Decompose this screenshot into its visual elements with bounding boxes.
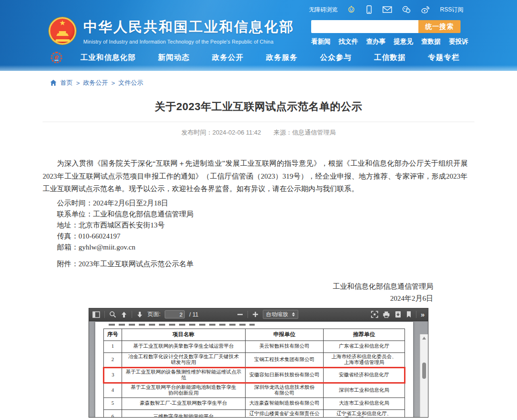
mobile-icon[interactable]: [365, 5, 373, 14]
pdf-scrollbar[interactable]: [420, 334, 428, 418]
clipped-text-line: [109, 324, 255, 326]
breadcrumb-current: 文件公示: [118, 79, 143, 87]
quick-link[interactable]: 提意见: [394, 37, 414, 46]
zoom-out-icon[interactable]: [237, 311, 243, 318]
presentation-mode-icon[interactable]: [371, 311, 378, 318]
emblem-ribbon: [56, 39, 70, 42]
contact-line: 传真：010-66024197: [43, 231, 474, 242]
topbar: 无障碍浏览 RSS订阅: [309, 5, 463, 14]
contact-line: 邮箱：gyhlw@miit.gov.cn: [43, 242, 474, 253]
page-up-icon[interactable]: [121, 311, 127, 318]
cell-index: 5: [104, 397, 122, 409]
scrollbar-thumb[interactable]: [422, 363, 426, 379]
page-number-input[interactable]: [165, 310, 185, 318]
print-icon[interactable]: [382, 311, 390, 318]
cell-project-name: 基于工业互联网平台的新能源电池制造数字孪生 协同创新应用: [122, 383, 245, 397]
doc-contact-lines: 公示时间：2024年2月6日至2月18日联系单位：工业和信息化部信息通信管理局地…: [43, 198, 474, 253]
zoom-in-icon[interactable]: [252, 311, 258, 318]
cell-index: 4: [104, 383, 122, 397]
nav-item[interactable]: 公众参与: [320, 53, 352, 63]
cell-index: 2: [104, 352, 122, 367]
title-divider: [43, 122, 474, 122]
pdf-table-row: 2 冶金工程数字化设计交付及数字孪生工厂关键技术 研发与应用 宝钢工程技术集团有…: [104, 352, 405, 367]
nav-item[interactable]: 政务公开: [212, 53, 244, 63]
search-area: 统一搜索 看新闻找文件查办事提意见查数据要投诉: [311, 20, 461, 46]
zoom-mode-select[interactable]: 自动缩放: [263, 310, 298, 319]
quick-link[interactable]: 查办事: [366, 37, 386, 46]
accessibility-link[interactable]: 无障碍浏览: [309, 6, 337, 14]
contact-line: 地址：北京市西城区西长安街13号: [43, 220, 474, 231]
breadcrumb-zhengwugongkai[interactable]: 政务公开: [83, 79, 108, 87]
quick-link[interactable]: 要投诉: [449, 37, 469, 46]
pdf-toolbar: 页面: / 11 自动缩放: [89, 308, 428, 321]
page-down-icon[interactable]: [136, 311, 143, 318]
unified-search-button[interactable]: 统一搜索: [418, 20, 461, 33]
robot-icon[interactable]: [347, 5, 356, 14]
cell-applicant: 美云智数科技有限公司: [245, 341, 324, 352]
cell-recommender: 大连市工业和信息化局: [324, 397, 405, 409]
cell-index: 1: [104, 341, 122, 352]
more-tools-icon[interactable]: »: [421, 311, 425, 318]
pdf-page-view: 序号项目名称申报单位推荐单位 1 基于工业互联网的美擎数字孪生全域运营平台 美云…: [89, 321, 428, 418]
national-emblem-logo: ★: [49, 17, 76, 45]
mail-icon[interactable]: [382, 6, 392, 13]
site-title: 中华人民共和国工业和信息化部: [83, 18, 294, 37]
cell-recommender: 广东省工业和信息化厅: [324, 341, 405, 352]
nav-item[interactable]: 新闻动态: [158, 53, 190, 63]
site-subtitle: Ministry of Industry and Information Tec…: [83, 39, 294, 45]
pdf-table-header-cell: 申报单位: [245, 329, 324, 341]
pdf-table-header-cell: 推荐单位: [324, 329, 405, 341]
doc-paragraph: 为深入贯彻《国务院关于深化“互联网＋先进制造业”发展工业互联网的指导意见》，根据…: [43, 157, 474, 195]
quick-link[interactable]: 看新闻: [311, 37, 331, 46]
pdf-table-row: 1 基于工业互联网的美擎数字孪生全域运营平台 美云智数科技有限公司 广东省工业和…: [104, 341, 405, 352]
pdf-table-row: 6 三维数字孪生智能管控平台 辽宁排山楼黄金矿业有限责任公司 辽宁省工业和信息化…: [104, 409, 405, 418]
cell-recommender: 安徽省经济和信息化厅: [324, 367, 405, 383]
pdf-table-row: 3 基于工业互联网的设备预测性维护和智能运维试点示范 安徽容知日新科技股份有限公…: [104, 367, 405, 383]
contact-line: 公示时间：2024年2月6日至2月18日: [43, 198, 474, 209]
cell-project-name: 豪森数智工厂-工业互联网数字孪生平台: [122, 397, 245, 409]
emblem-gate-icon: [56, 31, 69, 36]
cell-project-name: 三维数字孪生智能管控平台: [122, 409, 245, 418]
publish-time: 发布时间：2024-02-06 11:42: [181, 128, 261, 137]
pdf-table-header-row: 序号项目名称申报单位推荐单位: [104, 329, 405, 341]
nav-item[interactable]: 工信数据: [374, 53, 405, 63]
wechat-icon[interactable]: [402, 6, 411, 14]
quick-link[interactable]: 查数据: [421, 37, 441, 46]
pdf-viewer: 页面: / 11 自动缩放: [89, 308, 428, 418]
source: 来源：信息通信管理局: [273, 128, 336, 137]
pdf-table-header-cell: 序号: [104, 329, 122, 341]
page-total: / 11: [189, 311, 198, 318]
quick-link[interactable]: 找文件: [339, 37, 359, 46]
scroll-up-arrow-icon[interactable]: [422, 337, 426, 340]
cell-recommender: 辽宁省工业和信息化厅、 辽宁省通信管理局: [324, 409, 405, 418]
search-icon[interactable]: [109, 311, 116, 318]
signature-date: 2024年2月6日: [43, 293, 474, 304]
nav-item[interactable]: 工业和信息化部: [80, 53, 136, 63]
brand: ★ 中华人民共和国工业和信息化部 Ministry of Industry an…: [49, 17, 294, 45]
cell-project-name: 基于工业互联网的设备预测性维护和智能运维试点示范: [122, 367, 245, 383]
weibo-icon[interactable]: [421, 6, 430, 14]
article-meta: 发布时间：2024-02-06 11:42 来源：信息通信管理局: [43, 128, 474, 137]
nav-item[interactable]: 专题专栏: [428, 53, 460, 63]
cell-index: 6: [104, 409, 122, 418]
breadcrumb: 首页 > 政务公开 > 文件公示: [50, 79, 517, 87]
breadcrumb-separator: >: [112, 79, 115, 87]
bookmark-icon[interactable]: [406, 311, 412, 318]
document-body: 为深入贯彻《国务院关于深化“互联网＋先进制造业”发展工业互联网的指导意见》，根据…: [43, 157, 474, 304]
cell-recommender: 上海市经济和信息化委员会、 上海市通信管理局: [324, 352, 405, 367]
article: 关于2023年工业互联网试点示范名单的公示 发布时间：2024-02-06 11…: [43, 100, 474, 304]
attachment-line: 附件：2023年工业互联网试点示范公示名单: [43, 259, 474, 270]
download-icon[interactable]: [394, 311, 402, 318]
rss-link[interactable]: RSS订阅: [440, 6, 463, 14]
pdf-table: 序号项目名称申报单位推荐单位 1 基于工业互联网的美擎数字孪生全域运营平台 美云…: [103, 329, 405, 418]
emblem-star-icon: ★: [59, 19, 66, 26]
search-input[interactable]: [311, 20, 418, 33]
nav-item[interactable]: 政务服务: [266, 53, 298, 63]
zoom-mode-value: 自动缩放: [266, 311, 288, 318]
article-title: 关于2023年工业互联网试点示范名单的公示: [43, 100, 474, 114]
miit-swirl-logo-icon: e: [51, 52, 62, 63]
breadcrumb-separator: >: [76, 79, 80, 87]
breadcrumb-home[interactable]: 首页: [60, 79, 73, 87]
main-nav: e 工业和信息化部新闻动态政务公开政务服务公众参与工信数据专题专栏: [0, 48, 517, 67]
sidebar-toggle-icon[interactable]: [92, 311, 100, 318]
